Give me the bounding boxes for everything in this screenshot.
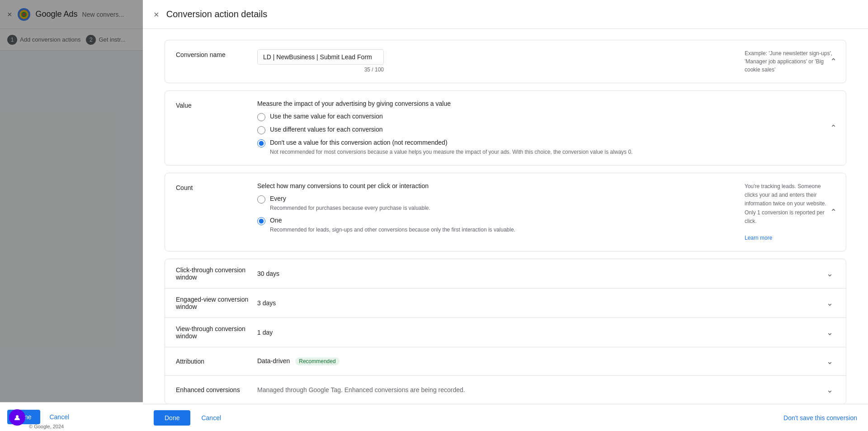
conversion-name-chevron[interactable]: ⌃ bbox=[828, 55, 839, 68]
view-through-row: View-through conversion window 1 day ⌄ bbox=[165, 317, 846, 347]
dialog-title: Conversion action details bbox=[166, 9, 267, 19]
value-description: Measure the impact of your advertising b… bbox=[257, 100, 734, 107]
value-radio-group: Use the same value for each conversion U… bbox=[257, 113, 734, 156]
conversion-name-body: 35 / 100 bbox=[257, 49, 734, 73]
conversion-name-section: Conversion name 35 / 100 Example: 'June … bbox=[165, 40, 846, 83]
value-option-different: Use different values for each conversion bbox=[257, 126, 734, 134]
click-through-chevron[interactable]: ⌄ bbox=[825, 267, 835, 280]
click-through-value: 30 days bbox=[257, 270, 825, 277]
value-option-none-label: Don't use a value for this conversion ac… bbox=[270, 139, 632, 146]
value-radio-none[interactable] bbox=[257, 139, 265, 147]
engaged-view-row: Engaged-view conversion window 3 days ⌄ bbox=[165, 288, 846, 317]
engaged-view-chevron[interactable]: ⌄ bbox=[825, 296, 835, 310]
example-text: Example: 'June newsletter sign-ups', 'Ma… bbox=[745, 50, 832, 73]
value-section: Value Measure the impact of your adverti… bbox=[165, 90, 846, 166]
enhanced-conversions-row: Enhanced conversions Managed through Goo… bbox=[165, 375, 846, 404]
value-option-same: Use the same value for each conversion bbox=[257, 113, 734, 121]
attribution-chevron[interactable]: ⌄ bbox=[825, 355, 835, 368]
conversion-name-row: Conversion name 35 / 100 Example: 'June … bbox=[165, 40, 846, 83]
dialog-close-icon[interactable]: × bbox=[154, 10, 159, 19]
conversion-name-input[interactable] bbox=[257, 49, 384, 65]
count-body: Select how many conversions to count per… bbox=[257, 182, 734, 234]
engaged-view-value: 3 days bbox=[257, 299, 825, 307]
count-option-every: Every Recommended for purchases because … bbox=[257, 195, 734, 212]
enhanced-conversions-label: Enhanced conversions bbox=[176, 386, 257, 393]
value-option-none-sublabel: Not recommended for most conversions bec… bbox=[270, 148, 632, 156]
count-option-every-label: Every bbox=[270, 195, 430, 202]
engaged-view-label: Engaged-view conversion window bbox=[176, 296, 257, 310]
attribution-value-text: Data-driven bbox=[257, 357, 290, 365]
view-through-chevron[interactable]: ⌄ bbox=[825, 326, 835, 339]
dialog-overlay bbox=[0, 0, 143, 431]
purple-avatar bbox=[9, 409, 25, 426]
count-radio-every[interactable] bbox=[257, 195, 265, 204]
char-count: 35 / 100 bbox=[257, 66, 384, 73]
count-option-one: One Recommended for leads, sign-ups and … bbox=[257, 217, 734, 234]
count-aside: You're tracking leads. Someone clicks yo… bbox=[745, 182, 835, 242]
value-label: Value bbox=[176, 100, 257, 109]
footer-left: Done Cancel bbox=[154, 410, 226, 426]
conversion-action-dialog: × Conversion action details Conversion n… bbox=[143, 0, 868, 431]
click-through-label: Click-through conversion window bbox=[176, 266, 257, 281]
enhanced-conversions-chevron[interactable]: ⌄ bbox=[825, 383, 835, 397]
count-description: Select how many conversions to count per… bbox=[257, 182, 734, 189]
value-radio-same[interactable] bbox=[257, 113, 265, 121]
window-attribution-card: Click-through conversion window 30 days … bbox=[165, 259, 846, 404]
count-radio-group: Every Recommended for purchases because … bbox=[257, 195, 734, 234]
count-section: Count Select how many conversions to cou… bbox=[165, 173, 846, 251]
count-learn-more-link[interactable]: Learn more bbox=[745, 235, 772, 241]
count-chevron[interactable]: ⌃ bbox=[828, 205, 839, 219]
attribution-value: Data-driven Recommended bbox=[257, 357, 825, 365]
view-through-value: 1 day bbox=[257, 329, 825, 336]
value-option-different-label: Use different values for each conversion bbox=[270, 126, 383, 133]
count-row: Count Select how many conversions to cou… bbox=[165, 173, 846, 251]
value-option-same-label: Use the same value for each conversion bbox=[270, 113, 383, 120]
copyright-text: © Google, 2024 bbox=[29, 424, 64, 429]
click-through-row: Click-through conversion window 30 days … bbox=[165, 259, 846, 288]
count-radio-one[interactable] bbox=[257, 217, 265, 225]
view-through-label: View-through conversion window bbox=[176, 325, 257, 340]
attribution-row: Attribution Data-driven Recommended ⌄ bbox=[165, 347, 846, 375]
count-label: Count bbox=[176, 182, 257, 191]
value-option-none: Don't use a value for this conversion ac… bbox=[257, 139, 734, 156]
dialog-content: Conversion name 35 / 100 Example: 'June … bbox=[143, 29, 868, 404]
bg-cancel-button[interactable]: Cancel bbox=[46, 410, 73, 424]
count-option-every-sublabel: Recommended for purchases because every … bbox=[270, 204, 430, 212]
attribution-label: Attribution bbox=[176, 358, 257, 365]
value-body: Measure the impact of your advertising b… bbox=[257, 100, 734, 156]
enhanced-conversions-value: Managed through Google Tag. Enhanced con… bbox=[257, 386, 825, 393]
dialog-footer: Done Cancel Don't save this conversion bbox=[143, 404, 868, 431]
dialog-header: × Conversion action details bbox=[143, 0, 868, 29]
count-option-one-label: One bbox=[270, 217, 515, 224]
footer-done-button[interactable]: Done bbox=[154, 410, 190, 426]
value-chevron[interactable]: ⌃ bbox=[828, 121, 839, 135]
count-aside-text: You're tracking leads. Someone clicks yo… bbox=[745, 182, 835, 226]
value-radio-different[interactable] bbox=[257, 126, 265, 134]
footer-cancel-button[interactable]: Cancel bbox=[196, 410, 226, 426]
recommended-badge: Recommended bbox=[295, 357, 339, 365]
value-row: Value Measure the impact of your adverti… bbox=[165, 91, 846, 165]
count-option-one-sublabel: Recommended for leads, sign-ups and othe… bbox=[270, 226, 515, 234]
footer-dont-save-button[interactable]: Don't save this conversion bbox=[783, 414, 857, 422]
conversion-name-aside: Example: 'June newsletter sign-ups', 'Ma… bbox=[745, 49, 835, 74]
conversion-name-label: Conversion name bbox=[176, 49, 257, 58]
